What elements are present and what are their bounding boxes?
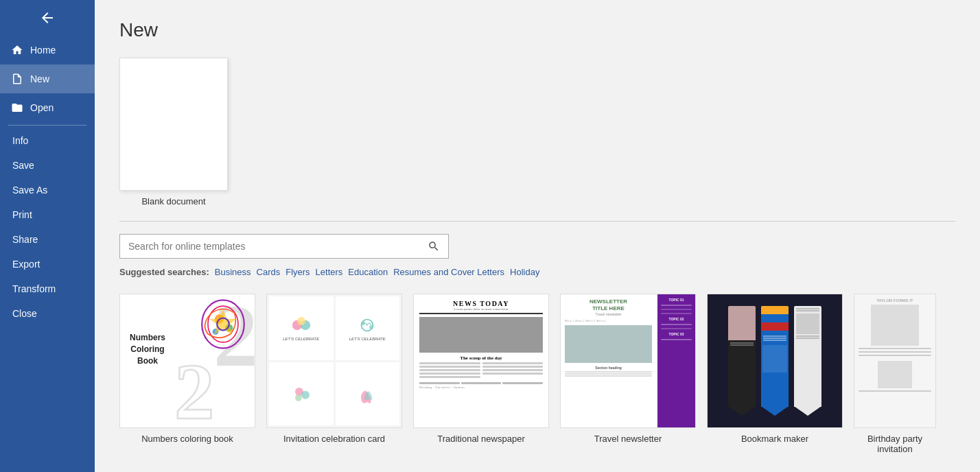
page-title: New xyxy=(119,19,955,41)
suggested-tag-business[interactable]: Business xyxy=(215,267,251,277)
sidebar-item-open[interactable]: Open xyxy=(0,93,95,122)
suggested-tag-holiday[interactable]: Holiday xyxy=(510,267,539,277)
template-thumbnail-bookmark xyxy=(707,294,843,428)
sidebar: Home New Open Info Save Save As Print Sh… xyxy=(0,0,95,472)
sidebar-item-save-as[interactable]: Save As xyxy=(0,178,95,202)
template-label-bookmark: Bookmark maker xyxy=(707,434,843,447)
sidebar-item-transform[interactable]: Transform xyxy=(0,276,95,301)
doodle-svg xyxy=(178,298,253,373)
suggested-tag-education[interactable]: Education xyxy=(348,267,388,277)
blank-document-card[interactable]: Blank document xyxy=(119,58,228,206)
template-label-newspaper: Traditional newspaper xyxy=(413,434,549,447)
suggested-searches: Suggested searches: Business Cards Flyer… xyxy=(119,267,955,277)
template-thumbnail-invitation: LET'S CELEBRATE LET'S CELEBRATE xyxy=(266,294,402,428)
back-icon xyxy=(39,10,56,26)
svg-point-16 xyxy=(295,394,302,401)
sidebar-item-info[interactable]: Info xyxy=(0,128,95,153)
template-card-numbers-coloring-book[interactable]: NumbersColoringBook 2 xyxy=(119,294,255,457)
sidebar-item-share[interactable]: Share xyxy=(0,227,95,252)
template-label-birthday: Birthday party invitation xyxy=(854,434,936,457)
search-button[interactable] xyxy=(419,235,448,258)
templates-grid: NumbersColoringBook 2 xyxy=(119,294,955,462)
suggested-tag-letters[interactable]: Letters xyxy=(316,267,343,277)
suggested-tag-flyers[interactable]: Flyers xyxy=(285,267,310,277)
sidebar-item-new[interactable]: New xyxy=(0,64,95,93)
suggested-tag-resumes[interactable]: Resumes and Cover Letters xyxy=(393,267,504,277)
template-thumbnail-newsletter: NEWSLETTERTITLE HERE Travel newsletter M… xyxy=(560,294,696,428)
sidebar-home-label: Home xyxy=(30,45,56,56)
sidebar-item-print[interactable]: Print xyxy=(0,202,95,227)
template-label-invitation: Invitation celebration card xyxy=(266,434,402,447)
search-container xyxy=(119,234,449,259)
sidebar-divider xyxy=(8,125,86,126)
back-button[interactable] xyxy=(0,0,95,36)
template-label-numbers: Numbers coloring book xyxy=(119,434,255,447)
template-card-invitation[interactable]: LET'S CELEBRATE LET'S CELEBRATE xyxy=(266,294,402,457)
sidebar-item-close[interactable]: Close xyxy=(0,301,95,326)
sidebar-new-label: New xyxy=(30,73,49,84)
main-content: New Blank document Suggested searches: B… xyxy=(95,0,980,472)
blank-doc-preview xyxy=(119,58,228,191)
svg-point-15 xyxy=(301,391,310,399)
svg-point-13 xyxy=(369,325,373,329)
template-card-newsletter[interactable]: NEWSLETTERTITLE HERE Travel newsletter M… xyxy=(560,294,696,457)
template-thumbnail-newspaper: NEWS TODAY Lorem ipsum dolor sit amet co… xyxy=(413,294,549,428)
search-icon xyxy=(428,240,440,252)
template-thumbnail-numbers: NumbersColoringBook 2 xyxy=(119,294,255,428)
sidebar-open-label: Open xyxy=(30,102,54,113)
suggested-tag-cards[interactable]: Cards xyxy=(257,267,281,277)
open-icon xyxy=(11,102,23,114)
template-thumbnail-birthday: TAYLOR FORMS IT xyxy=(854,294,936,428)
template-card-bookmark[interactable]: Bookmark maker xyxy=(707,294,843,457)
section-divider xyxy=(119,221,955,222)
sidebar-item-save[interactable]: Save xyxy=(0,153,95,178)
blank-doc-label: Blank document xyxy=(119,196,228,206)
template-card-newspaper[interactable]: NEWS TODAY Lorem ipsum dolor sit amet co… xyxy=(413,294,549,457)
search-input[interactable] xyxy=(120,235,419,257)
sidebar-item-home[interactable]: Home xyxy=(0,36,95,64)
svg-point-12 xyxy=(361,321,365,325)
suggested-label: Suggested searches: xyxy=(119,267,209,277)
svg-point-10 xyxy=(297,317,305,325)
sidebar-item-export[interactable]: Export xyxy=(0,252,95,276)
home-icon xyxy=(11,44,23,56)
template-card-birthday[interactable]: TAYLOR FORMS IT Birthday party invitatio… xyxy=(854,294,936,457)
new-doc-icon xyxy=(11,73,23,85)
template-label-newsletter: Travel newsletter xyxy=(560,434,696,447)
